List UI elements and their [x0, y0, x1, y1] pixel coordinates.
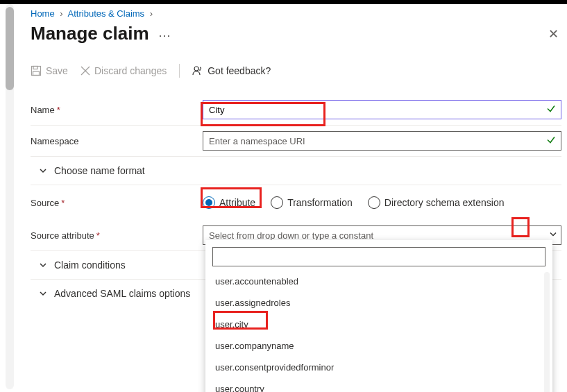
close-button[interactable]: ✕	[545, 24, 561, 44]
namespace-input[interactable]	[203, 131, 561, 151]
source-radio-group: Attribute Transformation Directory schem…	[203, 196, 561, 209]
dropdown-item[interactable]: user.assignedroles	[205, 292, 552, 314]
source-label: Source	[31, 198, 59, 208]
radio-transformation[interactable]: Transformation	[271, 196, 353, 209]
command-bar: Save Discard changes Got feedback?	[31, 64, 561, 78]
dropdown-list: user.accountenabled user.assignedroles u…	[205, 271, 552, 392]
feedback-icon	[192, 65, 203, 76]
source-attribute-dropdown-panel: ▲ user.accountenabled user.assignedroles…	[205, 240, 552, 392]
chevron-down-icon	[39, 289, 47, 298]
window-topbar	[0, 0, 567, 4]
breadcrumb-attributes[interactable]: Attributes & Claims	[68, 8, 145, 19]
valid-check-icon	[546, 104, 556, 116]
feedback-button[interactable]: Got feedback?	[192, 65, 271, 76]
toolbar-divider	[179, 64, 180, 78]
discard-label: Discard changes	[94, 65, 167, 76]
radio-attribute[interactable]: Attribute	[203, 196, 255, 209]
radio-directory-label: Directory schema extension	[384, 197, 505, 208]
namespace-label: Namespace	[31, 136, 78, 146]
name-input[interactable]	[203, 100, 561, 119]
save-label: Save	[46, 65, 68, 76]
chevron-right-icon: ›	[150, 8, 153, 19]
source-row: Source* Attribute Transformation Directo…	[31, 185, 561, 214]
save-button[interactable]: Save	[31, 65, 68, 76]
radio-transformation-label: Transformation	[287, 197, 353, 208]
name-row: Name*	[31, 94, 561, 126]
dropdown-item-user-city[interactable]: user.city	[205, 314, 552, 335]
save-icon	[31, 65, 42, 76]
page-title: Manage claim	[31, 23, 149, 44]
required-indicator: *	[61, 198, 65, 208]
radio-directory-extension[interactable]: Directory schema extension	[368, 196, 505, 209]
chevron-down-icon[interactable]	[549, 230, 557, 241]
breadcrumb-home[interactable]: Home	[31, 8, 55, 19]
choose-name-format-expander[interactable]: Choose name format	[31, 157, 561, 185]
dropdown-item[interactable]: user.companyname	[205, 335, 552, 357]
dropdown-item[interactable]: user.country	[205, 378, 552, 392]
breadcrumb: Home › Attributes & Claims ›	[31, 8, 561, 19]
chevron-down-icon	[39, 167, 47, 175]
radio-selected-icon	[203, 196, 215, 209]
discard-button[interactable]: Discard changes	[81, 65, 167, 76]
more-actions-icon[interactable]: ⋯	[158, 28, 172, 42]
page-scroll-thumb[interactable]	[6, 7, 14, 90]
valid-check-icon	[546, 135, 556, 147]
discard-icon	[81, 66, 90, 76]
source-attribute-label: Source attribute	[31, 230, 94, 241]
namespace-row: Namespace	[31, 126, 561, 157]
radio-unselected-icon	[368, 196, 380, 209]
dropdown-item[interactable]: user.consentprovidedforminor	[205, 357, 552, 378]
svg-point-5	[194, 67, 198, 71]
advanced-options-label: Advanced SAML claims options	[54, 288, 190, 299]
radio-attribute-label: Attribute	[219, 197, 255, 208]
choose-name-format-label: Choose name format	[54, 165, 145, 176]
chevron-down-icon	[39, 261, 47, 269]
required-indicator: *	[57, 105, 60, 115]
required-indicator: *	[96, 230, 100, 241]
chevron-right-icon: ›	[60, 8, 62, 19]
dropdown-item[interactable]: user.accountenabled	[205, 271, 552, 292]
feedback-label: Got feedback?	[208, 65, 271, 76]
svg-rect-2	[33, 71, 40, 76]
radio-unselected-icon	[271, 196, 283, 209]
dropdown-placeholder: Select from drop down or type a constant	[209, 230, 373, 241]
claim-conditions-label: Claim conditions	[54, 259, 126, 271]
name-label: Name	[31, 105, 55, 115]
svg-rect-1	[33, 67, 37, 69]
dropdown-search-input[interactable]	[212, 247, 545, 266]
